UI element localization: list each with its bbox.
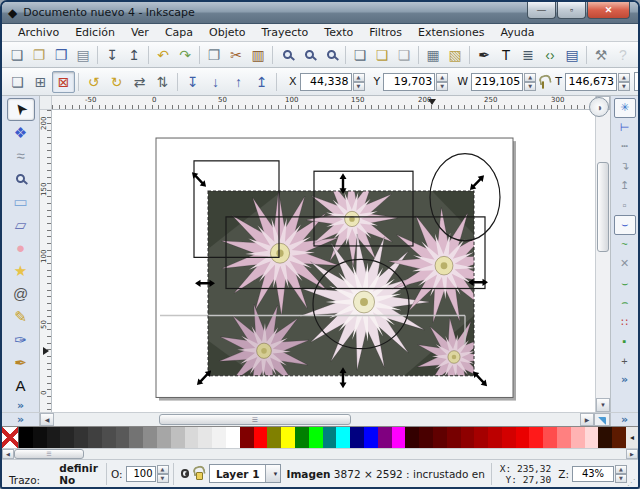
- lock-ratio-icon[interactable]: [542, 81, 544, 89]
- color-swatch[interactable]: [171, 427, 185, 448]
- copy[interactable]: ❐: [203, 44, 225, 66]
- import-bitmap[interactable]: ↧: [101, 44, 123, 66]
- height-input[interactable]: [565, 73, 617, 91]
- raise-to-top[interactable]: ↥: [250, 71, 273, 93]
- new-document[interactable]: ❏: [6, 44, 28, 66]
- y-input[interactable]: [383, 73, 435, 91]
- snap-bbox-edge-midpoints[interactable]: ↥: [614, 176, 636, 196]
- opacity-spinner[interactable]: ▲▼: [157, 465, 169, 483]
- text-tool[interactable]: A: [7, 374, 35, 397]
- color-swatch[interactable]: [350, 427, 364, 448]
- canvas-corner-button[interactable]: ◑: [589, 97, 609, 117]
- color-swatch[interactable]: [143, 427, 157, 448]
- create-clone[interactable]: ❏: [371, 44, 393, 66]
- snap-bbox-centers[interactable]: ▫: [614, 196, 636, 216]
- menu-extensiones[interactable]: Extensiones: [410, 25, 493, 40]
- scroll-left-icon[interactable]: ◀: [40, 413, 54, 426]
- color-swatch[interactable]: [33, 427, 47, 448]
- xml-editor[interactable]: ‹›: [539, 44, 561, 66]
- color-swatch[interactable]: [392, 427, 406, 448]
- color-swatch[interactable]: [612, 427, 626, 448]
- horizontal-scroll-track[interactable]: ☰: [54, 413, 580, 426]
- color-swatch[interactable]: [240, 427, 254, 448]
- tweak-tool[interactable]: ≈: [7, 144, 35, 167]
- snap-bbox-corners[interactable]: ↴: [614, 157, 636, 177]
- menu-objeto[interactable]: Objeto: [201, 25, 254, 40]
- snap-bbox-edges[interactable]: ┅: [614, 137, 636, 157]
- color-swatch[interactable]: [267, 427, 281, 448]
- color-swatch[interactable]: [74, 427, 88, 448]
- resize-grip[interactable]: ⋰: [627, 478, 635, 487]
- paste[interactable]: ▥: [247, 44, 269, 66]
- zoom-spinner[interactable]: ▲▼: [615, 465, 627, 483]
- input-devices[interactable]: ?: [612, 44, 634, 66]
- color-swatch[interactable]: [102, 427, 116, 448]
- palette-scroll-left-icon[interactable]: ◀: [2, 449, 14, 459]
- x-input[interactable]: [300, 73, 352, 91]
- open-document[interactable]: ❐: [28, 44, 50, 66]
- duplicate[interactable]: ❏: [349, 44, 371, 66]
- color-swatch[interactable]: [198, 427, 212, 448]
- snapbar-overflow-chevron[interactable]: »: [621, 373, 628, 386]
- toolbox-more-chevron[interactable]: »: [17, 413, 24, 426]
- flip-vertical[interactable]: ⇅: [151, 71, 174, 93]
- zoom-drawing[interactable]: [298, 44, 320, 66]
- units-dropdown[interactable]: mm ▼: [634, 72, 640, 91]
- palette-scroll-thumb[interactable]: ☰: [14, 449, 84, 459]
- snap-path-intersections[interactable]: ✕: [614, 254, 636, 274]
- color-swatch[interactable]: [364, 427, 378, 448]
- color-swatch[interactable]: [129, 427, 143, 448]
- color-management-toggle-icon[interactable]: [594, 413, 610, 426]
- palette-scroll-right-icon[interactable]: ▶: [626, 449, 638, 459]
- lower-to-bottom[interactable]: ↧: [181, 71, 204, 93]
- color-swatch[interactable]: [378, 427, 392, 448]
- restore-button[interactable]: ▫: [557, 2, 586, 19]
- color-swatch[interactable]: [19, 427, 33, 448]
- color-swatch[interactable]: [447, 427, 461, 448]
- color-swatch[interactable]: [226, 427, 240, 448]
- color-swatch[interactable]: [488, 427, 502, 448]
- close-button[interactable]: ✕: [587, 2, 630, 19]
- color-swatch[interactable]: [529, 427, 543, 448]
- zoom-selection[interactable]: [276, 44, 298, 66]
- minimize-button[interactable]: —: [527, 2, 556, 19]
- snapbar-more-chevron[interactable]: »: [621, 413, 628, 426]
- color-swatch[interactable]: [336, 427, 350, 448]
- rotate-90-ccw[interactable]: ↺: [82, 71, 105, 93]
- zoom-page[interactable]: [320, 44, 342, 66]
- snap-bbox[interactable]: ⊢: [614, 118, 636, 138]
- layer-selector[interactable]: Layer 1 ▼: [209, 464, 282, 483]
- color-swatch[interactable]: [516, 427, 530, 448]
- calligraphy-tool[interactable]: ✒: [7, 351, 35, 374]
- menu-archivo[interactable]: Archivo: [10, 25, 67, 40]
- color-swatch[interactable]: [571, 427, 585, 448]
- canvas[interactable]: ◑: [52, 110, 595, 412]
- x-spinner[interactable]: ▲▼: [353, 73, 365, 91]
- zoom-input[interactable]: [572, 466, 614, 482]
- vertical-scroll-thumb[interactable]: [597, 162, 609, 252]
- swatch-none[interactable]: [2, 427, 19, 448]
- color-swatch[interactable]: [185, 427, 199, 448]
- menu-edición[interactable]: Edición: [67, 25, 123, 40]
- color-swatch[interactable]: [60, 427, 74, 448]
- color-swatch[interactable]: [585, 427, 599, 448]
- scroll-down-icon[interactable]: ▼: [596, 398, 610, 412]
- menu-capa[interactable]: Capa: [157, 25, 201, 40]
- color-swatch[interactable]: [254, 427, 268, 448]
- color-swatch[interactable]: [433, 427, 447, 448]
- ungroup-objects[interactable]: ▧: [444, 44, 466, 66]
- y-spinner[interactable]: ▲▼: [436, 73, 448, 91]
- snap-to-paths[interactable]: ~: [614, 235, 636, 255]
- layer-visibility-eye-icon[interactable]: [181, 469, 190, 478]
- star-tool[interactable]: ★: [7, 259, 35, 282]
- color-swatch[interactable]: [502, 427, 516, 448]
- color-swatch[interactable]: [557, 427, 571, 448]
- fill-stroke-dialog[interactable]: ✒: [473, 44, 495, 66]
- menu-ver[interactable]: Ver: [123, 25, 157, 40]
- box3d-tool[interactable]: ▱: [7, 213, 35, 236]
- color-swatch[interactable]: [157, 427, 171, 448]
- color-swatch[interactable]: [461, 427, 475, 448]
- group-objects[interactable]: ▦: [422, 44, 444, 66]
- pencil-tool[interactable]: ✎: [7, 305, 35, 328]
- horizontal-scroll-thumb[interactable]: ☰: [159, 414, 351, 425]
